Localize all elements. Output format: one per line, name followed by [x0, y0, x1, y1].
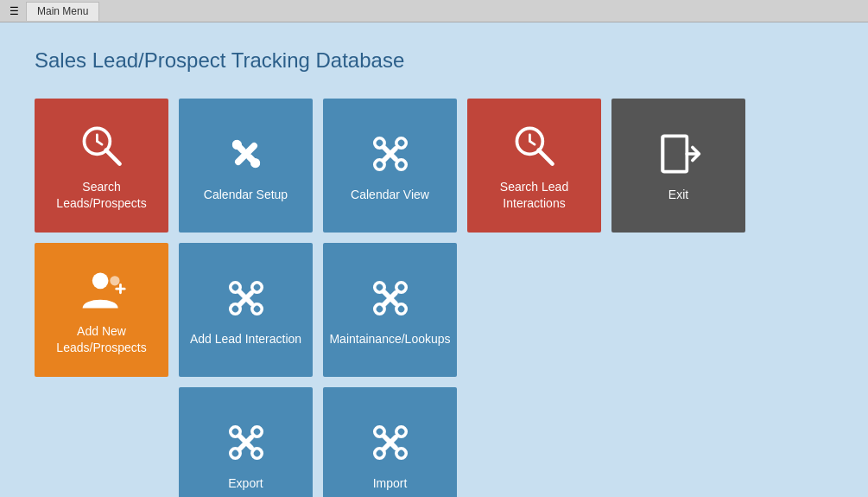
tiles-row-3: Export: [179, 387, 833, 497]
app-icon: ☰: [7, 4, 21, 18]
calendar-view-label: Calendar View: [351, 187, 429, 202]
tools-icon-5: [220, 417, 272, 468]
svg-rect-23: [662, 137, 687, 172]
search-clock-icon-2: [509, 120, 561, 172]
add-new-leads-label: Add New Leads/Prospects: [43, 323, 160, 354]
maintainance-lookups-tile[interactable]: Maintainance/Lookups: [323, 243, 457, 377]
search-leads-label: Search Leads/Prospects: [43, 179, 160, 210]
export-tile[interactable]: Export: [179, 387, 313, 497]
import-label: Import: [373, 475, 408, 491]
page-title: Sales Lead/Prospect Tracking Database: [35, 48, 833, 73]
tools-icon-4: [364, 272, 416, 324]
tiles-row-2: Add New Leads/Prospects: [35, 243, 833, 377]
svg-line-20: [538, 150, 552, 164]
search-lead-interactions-label: Search Lead Interactions: [476, 179, 592, 210]
maintainance-lookups-label: Maintainance/Lookups: [329, 331, 450, 347]
exit-icon: [653, 128, 705, 180]
svg-line-3: [97, 142, 102, 145]
export-label: Export: [228, 475, 263, 491]
tools-icon-6: [364, 417, 416, 468]
calendar-view-tile[interactable]: Calendar View: [323, 99, 457, 233]
svg-point-26: [92, 273, 108, 290]
tiles-row-1: Search Leads/Prospects Calend: [35, 99, 833, 233]
svg-point-29: [110, 277, 119, 286]
calendar-setup-label: Calendar Setup: [204, 187, 288, 202]
title-bar: ☰ Main Menu: [0, 0, 868, 22]
add-lead-interaction-label: Add Lead Interaction: [190, 331, 301, 347]
calendar-setup-tile[interactable]: Calendar Setup: [179, 99, 313, 233]
tiles-container: Search Leads/Prospects Calend: [35, 99, 833, 497]
import-tile[interactable]: Import: [323, 387, 457, 497]
search-leads-tile[interactable]: Search Leads/Prospects: [35, 99, 168, 233]
svg-line-1: [105, 150, 119, 164]
exit-tile[interactable]: Exit: [611, 99, 745, 233]
person-add-icon: [76, 264, 128, 316]
tools-icon-1: [220, 128, 272, 180]
tools-icon-2: [364, 128, 416, 180]
search-lead-interactions-tile[interactable]: Search Lead Interactions: [467, 99, 601, 233]
exit-label: Exit: [668, 187, 688, 202]
main-menu-tab[interactable]: Main Menu: [26, 2, 99, 21]
tools-icon-3: [220, 272, 272, 324]
svg-line-22: [529, 142, 535, 145]
search-clock-icon: [76, 120, 128, 172]
add-new-leads-tile[interactable]: Add New Leads/Prospects: [35, 243, 168, 377]
add-lead-interaction-tile[interactable]: Add Lead Interaction: [179, 243, 313, 377]
main-content: Sales Lead/Prospect Tracking Database Se…: [0, 22, 868, 497]
